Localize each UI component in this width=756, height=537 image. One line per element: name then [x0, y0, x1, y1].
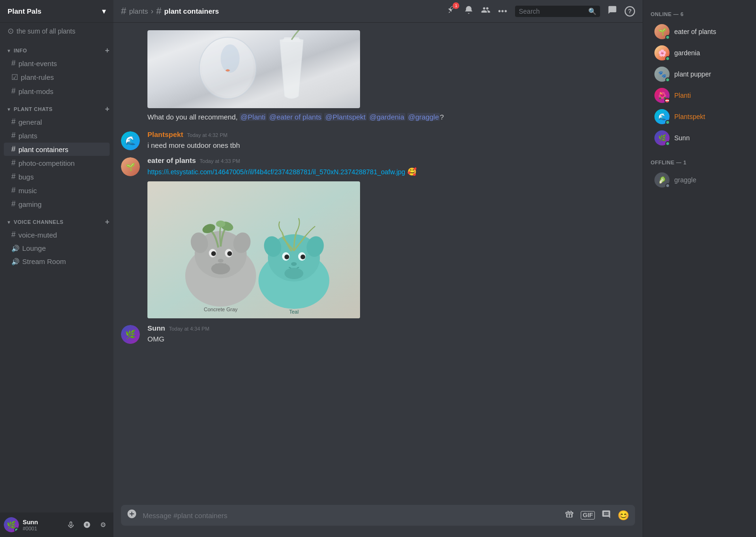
message-timestamp-sunn: Today at 4:34 PM	[169, 326, 210, 332]
svg-point-24	[284, 255, 289, 259]
planters-image: Concrete Gray	[147, 181, 360, 318]
svg-point-28	[284, 268, 303, 279]
mention-gardenia[interactable]: @gardenia	[369, 113, 405, 121]
svg-point-26	[301, 255, 305, 259]
mention-plantspekt[interactable]: @Plantspekt	[324, 113, 366, 121]
mute-button[interactable]	[64, 518, 77, 531]
avatar-circle-sunn: 🌿	[121, 325, 140, 344]
emoji-button[interactable]: 😊	[618, 511, 629, 520]
member-item-plant-pupper[interactable]: 🐾 plant pupper	[647, 64, 752, 85]
server-name: Plant Pals	[8, 7, 42, 15]
member-item-sunn[interactable]: 🌿 Sunn	[647, 128, 752, 148]
message-author-plantspekt[interactable]: Plantspekt	[147, 130, 183, 138]
pinned-icon[interactable]: 1	[447, 5, 456, 17]
channel-item-plant-rules[interactable]: ☑ plant-rules	[4, 70, 110, 84]
pinned-count-badge: 1	[453, 2, 459, 9]
section-info-header[interactable]: ▾ INFO +	[0, 45, 113, 56]
message-author-eater[interactable]: eater of plants	[147, 156, 196, 164]
help-icon[interactable]: ?	[625, 6, 635, 17]
parent-channel[interactable]: plants	[129, 7, 148, 15]
member-item-planti[interactable]: 🌺 Planti	[647, 85, 752, 106]
section-plant-chats-add-button[interactable]: +	[105, 105, 110, 113]
member-item-plantspekt[interactable]: 🌊 Plantspekt	[647, 106, 752, 127]
user-info: Sunn #0001	[23, 519, 64, 531]
message-add-button[interactable]	[127, 509, 137, 522]
svg-rect-4	[147, 181, 360, 318]
channel-name-bugs: bugs	[18, 173, 34, 181]
message-text-sunn: OMG	[147, 334, 635, 345]
message-header-sunn: Sunn Today at 4:34 PM	[147, 324, 635, 332]
member-item-graggle[interactable]: 🥬 graggle	[647, 170, 752, 190]
eater-avatar[interactable]: 🌱	[121, 157, 140, 176]
channel-name-general: general	[18, 118, 42, 126]
mention-graggle[interactable]: @graggle	[407, 113, 440, 121]
channel-name-photo-competition: photo-competition	[18, 159, 75, 167]
channel-item-gaming[interactable]: # gaming	[4, 197, 110, 211]
hash-icon: #	[11, 87, 16, 95]
channel-item-voice-muted[interactable]: # voice-muted	[4, 228, 110, 241]
image-link[interactable]: https://i.etsystatic.com/14647005/r/il/f…	[147, 168, 405, 176]
channel-item-plants[interactable]: # plants	[4, 129, 110, 142]
server-header[interactable]: Plant Pals ▾	[0, 0, 113, 23]
mention-planti[interactable]: @Planti	[240, 113, 266, 121]
channels-list: ⊙ the sum of all plants ▾ INFO + # plant…	[0, 23, 113, 512]
settings-button[interactable]: ⚙	[96, 518, 110, 531]
gif-button[interactable]: GIF	[581, 511, 595, 520]
user-controls: ⚙	[64, 518, 110, 531]
member-item-eater-of-plants[interactable]: 🌱 eater of plants	[647, 21, 752, 42]
section-info-add-button[interactable]: +	[105, 47, 110, 54]
notification-bell-icon[interactable]	[464, 5, 473, 17]
channel-name-plant-rules: plant-rules	[21, 73, 54, 81]
speaker-icon: 🔊	[11, 258, 19, 265]
more-options-icon[interactable]: •••	[498, 7, 507, 16]
mention-eater-of-plants[interactable]: @eater of plants	[268, 113, 322, 121]
hash-icon: #	[11, 186, 16, 195]
message-author-sunn[interactable]: Sunn	[147, 324, 165, 332]
chat-header: # plants › # plant containers 1 ••• 🔍	[113, 0, 643, 23]
channel-item-plant-containers[interactable]: # plant containers	[4, 143, 110, 156]
members-list-icon[interactable]	[481, 5, 490, 17]
svg-point-13	[218, 259, 223, 263]
message-text-plantspekt: i need more outdoor ones tbh	[147, 140, 635, 151]
channel-item-photo-competition[interactable]: # photo-competition	[4, 156, 110, 170]
member-item-gardenia[interactable]: 🌸 gardenia	[647, 43, 752, 63]
channel-item-general[interactable]: # general	[4, 115, 110, 128]
section-plant-chats-header[interactable]: ▾ PLANT CHATS +	[0, 103, 113, 115]
channel-item-stream-room[interactable]: 🔊 Stream Room	[4, 255, 110, 268]
svg-point-10	[211, 251, 216, 256]
hash-icon: #	[11, 159, 16, 167]
svg-point-27	[291, 262, 297, 266]
member-avatar-sunn: 🌿	[654, 130, 670, 145]
online-members-title: ONLINE — 6	[643, 8, 756, 21]
member-avatar-planti: 🌺	[654, 88, 670, 103]
avatar-circle: 🌊	[121, 131, 140, 150]
section-voice-channels-add-button[interactable]: +	[105, 218, 110, 226]
channel-item-music[interactable]: # music	[4, 184, 110, 197]
search-input[interactable]	[519, 8, 588, 15]
inbox-icon[interactable]	[608, 5, 617, 17]
channel-name-stream-room: Stream Room	[22, 257, 66, 265]
deafen-button[interactable]	[80, 518, 94, 531]
search-bar[interactable]: 🔍	[515, 6, 600, 17]
channel-item-plant-events[interactable]: # plant-events	[4, 57, 110, 70]
sunn-avatar[interactable]: 🌿	[121, 325, 140, 344]
message-group-sunn: 🌿 Sunn Today at 4:34 PM OMG	[113, 322, 643, 347]
channel-item-plant-mods[interactable]: # plant-mods	[4, 85, 110, 98]
channel-item-lounge[interactable]: 🔊 Lounge	[4, 242, 110, 255]
member-avatar-plant-pupper: 🐾	[654, 67, 670, 82]
gift-button[interactable]	[565, 510, 574, 521]
member-avatar-plantspekt: 🌊	[654, 109, 670, 124]
server-dropdown-icon[interactable]: ▾	[102, 7, 106, 16]
status-dot-online	[665, 141, 670, 146]
channel-item-bugs[interactable]: # bugs	[4, 170, 110, 183]
current-user-avatar: 🌿	[4, 517, 19, 532]
message-input[interactable]	[143, 506, 561, 525]
section-voice-channels-header[interactable]: ▾ VOICE CHANNELS +	[0, 216, 113, 228]
chevron-down-icon: ▾	[8, 107, 10, 112]
chevron-down-icon: ▾	[8, 48, 10, 53]
sticker-button[interactable]	[601, 510, 611, 521]
hash-icon: #	[11, 145, 16, 153]
server-info-item[interactable]: ⊙ the sum of all plants	[0, 23, 113, 39]
plantspekt-avatar[interactable]: 🌊	[121, 131, 140, 150]
member-name-gardenia: gardenia	[674, 49, 700, 57]
